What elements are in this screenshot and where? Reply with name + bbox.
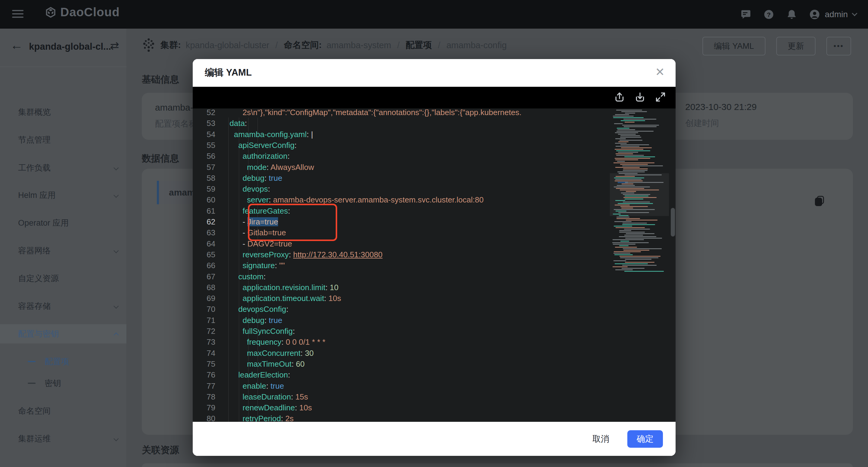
- close-icon[interactable]: ✕: [653, 64, 666, 79]
- sidebar-item-0[interactable]: 集群概览: [0, 102, 126, 122]
- line-number: 54: [193, 129, 215, 140]
- data-info-title: 数据信息: [142, 152, 179, 165]
- line-number: 79: [193, 402, 215, 413]
- sidebar-item-11[interactable]: 命名空间: [0, 401, 126, 421]
- sidebar-item-2[interactable]: 工作负载: [0, 158, 126, 177]
- sidebar-item-10[interactable]: 密钥: [0, 375, 126, 392]
- breadcrumb-separator: /: [274, 40, 279, 50]
- modal-header: 编辑 YAML ✕: [193, 59, 676, 87]
- code-line-76: 76 leaderElection:: [193, 369, 676, 380]
- minimap[interactable]: [610, 108, 669, 422]
- chevron-up-icon: [114, 333, 119, 338]
- code-line-73: 73 frequency: 0 0 0/1 * * *: [193, 337, 676, 348]
- message-icon[interactable]: [740, 9, 751, 20]
- line-number: 80: [193, 413, 215, 422]
- code-line-71: 71 debug: true: [193, 315, 676, 326]
- breadcrumb-cluster-value[interactable]: kpanda-global-cluster: [186, 40, 269, 50]
- sidebar-item-label: 配置与密钥: [18, 328, 59, 339]
- sidebar-item-12[interactable]: 集群运维: [0, 429, 126, 448]
- back-arrow-icon[interactable]: ←: [10, 39, 23, 52]
- switch-cluster-icon[interactable]: ⇄: [110, 39, 119, 52]
- code-line-72: 72 fullSyncConfig:: [193, 326, 676, 337]
- line-number: 55: [193, 140, 215, 151]
- config-name-value: amamba-c: [155, 102, 198, 113]
- sidebar-item-7[interactable]: 容器存储: [0, 297, 126, 316]
- app-root: DaoCloud ? admin ← kpanda-global-cl... ⇄…: [0, 0, 868, 467]
- top-navbar: DaoCloud ? admin: [0, 0, 868, 29]
- line-number: 59: [193, 184, 215, 195]
- breadcrumb-section[interactable]: 配置项: [406, 39, 432, 51]
- fullscreen-icon[interactable]: [654, 91, 666, 103]
- chevron-down-icon: [114, 304, 119, 309]
- more-actions-button[interactable]: •••: [826, 37, 851, 56]
- update-button[interactable]: 更新: [776, 37, 815, 56]
- breadcrumb-resource: amamba-config: [446, 40, 507, 50]
- sidebar-item-8[interactable]: 配置与密钥: [0, 324, 126, 343]
- confirm-button[interactable]: 确定: [627, 430, 663, 448]
- modal-footer: 取消 确定: [193, 422, 676, 456]
- notification-bell-icon[interactable]: [786, 9, 797, 20]
- breadcrumb: 集群: kpanda-global-cluster / 命名空间: amamba…: [142, 38, 507, 53]
- code-line-78: 78 leaseDuration: 15s: [193, 391, 676, 403]
- line-number: 70: [193, 304, 215, 315]
- code-line-69: 69 application.timeout.wait: 10s: [193, 293, 676, 304]
- editor-scrollbar[interactable]: [671, 208, 675, 236]
- cancel-button[interactable]: 取消: [588, 430, 614, 448]
- cluster-icon: [142, 38, 156, 53]
- code-line-58: 58 debug: true: [193, 173, 676, 184]
- line-number: 66: [193, 260, 215, 271]
- dash-icon: [28, 382, 36, 384]
- code-line-52: 52 2s\n"},"kind":"ConfigMap","metadata":…: [193, 108, 676, 118]
- sidebar-item-5[interactable]: 容器网络: [0, 241, 126, 260]
- daocloud-logo-icon: [45, 7, 56, 18]
- code-line-79: 79 renewDeadline: 10s: [193, 402, 676, 413]
- sidebar: ← kpanda-global-cl... ⇄ 集群概览节点管理工作负载Helm…: [0, 29, 126, 467]
- code-line-53: 53data:: [193, 118, 676, 129]
- sidebar-item-label: 工作负载: [18, 162, 51, 173]
- code-line-68: 68 application.revision.limit: 10: [193, 282, 676, 293]
- edit-yaml-modal: 编辑 YAML ✕ 52 2s\n"},"kind":"ConfigMap","…: [193, 59, 676, 456]
- copy-icon[interactable]: [815, 196, 824, 206]
- sidebar-item-label: 配置项: [44, 356, 69, 367]
- line-number: 56: [193, 151, 215, 162]
- code-line-70: 70 devopsConfig:: [193, 304, 676, 315]
- related-resources-title: 关联资源: [142, 444, 179, 457]
- line-number: 52: [193, 108, 215, 118]
- line-number: 57: [193, 162, 215, 173]
- chevron-down-icon: [852, 10, 857, 16]
- line-number: 77: [193, 380, 215, 392]
- brand-name: DaoCloud: [60, 5, 120, 19]
- related-resources-card: [142, 463, 853, 467]
- download-icon[interactable]: [634, 91, 646, 103]
- upload-icon[interactable]: [614, 91, 625, 103]
- sidebar-item-label: 自定义资源: [18, 273, 59, 284]
- user-menu[interactable]: admin: [809, 9, 857, 20]
- sidebar-item-label: 密钥: [44, 378, 61, 389]
- sidebar-item-3[interactable]: Helm 应用: [0, 186, 126, 205]
- help-icon[interactable]: ?: [763, 9, 774, 20]
- sidebar-item-6[interactable]: 自定义资源: [0, 269, 126, 288]
- brand-logo: DaoCloud: [45, 5, 120, 19]
- hamburger-menu-icon[interactable]: [12, 10, 24, 19]
- sidebar-item-4[interactable]: Operator 应用: [0, 213, 126, 233]
- line-number: 72: [193, 326, 215, 337]
- navbar-actions: ? admin: [740, 0, 857, 29]
- created-time-label: 创建时间: [685, 118, 757, 129]
- line-number: 61: [193, 205, 215, 216]
- breadcrumb-namespace-value[interactable]: amamba-system: [327, 40, 391, 50]
- chevron-down-icon: [114, 193, 119, 198]
- svg-text:?: ?: [767, 11, 771, 18]
- sidebar-item-9[interactable]: 配置项: [0, 353, 126, 370]
- breadcrumb-cluster-label: 集群:: [160, 39, 181, 51]
- config-name-label: 配置项名称: [155, 118, 198, 130]
- yaml-code-editor[interactable]: 52 2s\n"},"kind":"ConfigMap","metadata":…: [193, 108, 676, 422]
- sidebar-item-label: 集群概览: [18, 107, 51, 118]
- sidebar-item-1[interactable]: 节点管理: [0, 130, 126, 149]
- line-number: 64: [193, 238, 215, 249]
- dash-icon: [28, 361, 36, 362]
- line-number: 74: [193, 348, 215, 359]
- breadcrumb-separator: /: [396, 40, 401, 50]
- edit-yaml-button[interactable]: 编辑 YAML: [703, 37, 766, 56]
- sidebar-item-label: 容器网络: [18, 245, 51, 256]
- basic-info-title: 基础信息: [142, 73, 179, 86]
